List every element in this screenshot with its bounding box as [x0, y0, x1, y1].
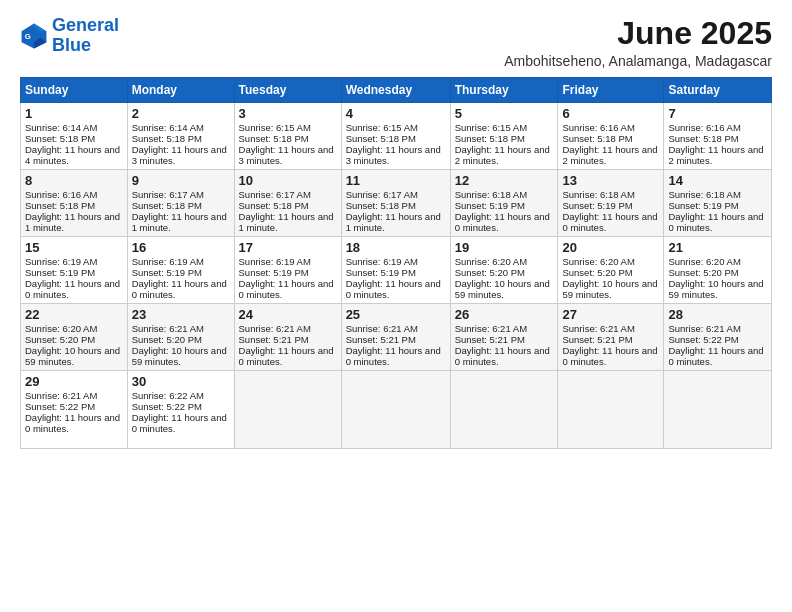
header-thursday: Thursday: [450, 78, 558, 103]
daylight-label: Daylight: 11 hours and 1 minute.: [346, 211, 441, 233]
day-number: 18: [346, 240, 446, 255]
daylight-label: Daylight: 10 hours and 59 minutes.: [562, 278, 657, 300]
calendar-cell-22: 22 Sunrise: 6:20 AM Sunset: 5:20 PM Dayl…: [21, 304, 128, 371]
day-number: 10: [239, 173, 337, 188]
calendar-cell-30: 30 Sunrise: 6:22 AM Sunset: 5:22 PM Dayl…: [127, 371, 234, 449]
daylight-label: Daylight: 10 hours and 59 minutes.: [25, 345, 120, 367]
day-number: 11: [346, 173, 446, 188]
calendar-cell-23: 23 Sunrise: 6:21 AM Sunset: 5:20 PM Dayl…: [127, 304, 234, 371]
calendar-cell-6: 6 Sunrise: 6:16 AM Sunset: 5:18 PM Dayli…: [558, 103, 664, 170]
svg-text:G: G: [25, 32, 31, 41]
calendar-cell-18: 18 Sunrise: 6:19 AM Sunset: 5:19 PM Dayl…: [341, 237, 450, 304]
logo: G General Blue: [20, 16, 119, 56]
month-title: June 2025: [504, 16, 772, 51]
day-number: 21: [668, 240, 767, 255]
day-number: 15: [25, 240, 123, 255]
sunset-label: Sunset: 5:18 PM: [346, 133, 416, 144]
day-number: 30: [132, 374, 230, 389]
calendar-cell-7: 7 Sunrise: 6:16 AM Sunset: 5:18 PM Dayli…: [664, 103, 772, 170]
day-number: 19: [455, 240, 554, 255]
calendar-cell-9: 9 Sunrise: 6:17 AM Sunset: 5:18 PM Dayli…: [127, 170, 234, 237]
header-saturday: Saturday: [664, 78, 772, 103]
daylight-label: Daylight: 11 hours and 0 minutes.: [455, 345, 550, 367]
sunset-label: Sunset: 5:21 PM: [239, 334, 309, 345]
title-block: June 2025 Ambohitseheno, Analamanga, Mad…: [504, 16, 772, 69]
sunrise-label: Sunrise: 6:17 AM: [132, 189, 204, 200]
sunrise-label: Sunrise: 6:19 AM: [132, 256, 204, 267]
sunrise-label: Sunrise: 6:17 AM: [239, 189, 311, 200]
calendar-cell-27: 27 Sunrise: 6:21 AM Sunset: 5:21 PM Dayl…: [558, 304, 664, 371]
day-number: 23: [132, 307, 230, 322]
sunrise-label: Sunrise: 6:21 AM: [455, 323, 527, 334]
sunrise-label: Sunrise: 6:20 AM: [562, 256, 634, 267]
sunset-label: Sunset: 5:18 PM: [132, 200, 202, 211]
daylight-label: Daylight: 11 hours and 2 minutes.: [668, 144, 763, 166]
day-number: 28: [668, 307, 767, 322]
header: G General Blue June 2025 Ambohitseheno, …: [20, 16, 772, 69]
sunrise-label: Sunrise: 6:18 AM: [668, 189, 740, 200]
daylight-label: Daylight: 11 hours and 3 minutes.: [132, 144, 227, 166]
daylight-label: Daylight: 11 hours and 0 minutes.: [25, 278, 120, 300]
calendar-cell-8: 8 Sunrise: 6:16 AM Sunset: 5:18 PM Dayli…: [21, 170, 128, 237]
calendar-cell-16: 16 Sunrise: 6:19 AM Sunset: 5:19 PM Dayl…: [127, 237, 234, 304]
day-number: 14: [668, 173, 767, 188]
calendar-cell-12: 12 Sunrise: 6:18 AM Sunset: 5:19 PM Dayl…: [450, 170, 558, 237]
sunrise-label: Sunrise: 6:14 AM: [132, 122, 204, 133]
calendar-cell-25: 25 Sunrise: 6:21 AM Sunset: 5:21 PM Dayl…: [341, 304, 450, 371]
sunrise-label: Sunrise: 6:21 AM: [346, 323, 418, 334]
day-number: 20: [562, 240, 659, 255]
sunrise-label: Sunrise: 6:21 AM: [562, 323, 634, 334]
location-title: Ambohitseheno, Analamanga, Madagascar: [504, 53, 772, 69]
calendar-cell-13: 13 Sunrise: 6:18 AM Sunset: 5:19 PM Dayl…: [558, 170, 664, 237]
empty-cell: [664, 371, 772, 449]
sunset-label: Sunset: 5:19 PM: [455, 200, 525, 211]
sunset-label: Sunset: 5:20 PM: [455, 267, 525, 278]
empty-cell: [341, 371, 450, 449]
day-number: 4: [346, 106, 446, 121]
calendar-cell-4: 4 Sunrise: 6:15 AM Sunset: 5:18 PM Dayli…: [341, 103, 450, 170]
sunset-label: Sunset: 5:20 PM: [668, 267, 738, 278]
sunset-label: Sunset: 5:18 PM: [239, 133, 309, 144]
calendar-cell-15: 15 Sunrise: 6:19 AM Sunset: 5:19 PM Dayl…: [21, 237, 128, 304]
daylight-label: Daylight: 11 hours and 0 minutes.: [562, 345, 657, 367]
page: G General Blue June 2025 Ambohitseheno, …: [0, 0, 792, 612]
sunrise-label: Sunrise: 6:21 AM: [25, 390, 97, 401]
sunrise-label: Sunrise: 6:14 AM: [25, 122, 97, 133]
daylight-label: Daylight: 11 hours and 2 minutes.: [455, 144, 550, 166]
logo-text: General Blue: [52, 16, 119, 56]
day-number: 24: [239, 307, 337, 322]
header-friday: Friday: [558, 78, 664, 103]
day-number: 9: [132, 173, 230, 188]
calendar-table: Sunday Monday Tuesday Wednesday Thursday…: [20, 77, 772, 449]
sunrise-label: Sunrise: 6:21 AM: [132, 323, 204, 334]
daylight-label: Daylight: 11 hours and 0 minutes.: [132, 278, 227, 300]
calendar-cell-29: 29 Sunrise: 6:21 AM Sunset: 5:22 PM Dayl…: [21, 371, 128, 449]
day-number: 13: [562, 173, 659, 188]
sunrise-label: Sunrise: 6:15 AM: [239, 122, 311, 133]
sunrise-label: Sunrise: 6:15 AM: [455, 122, 527, 133]
sunrise-label: Sunrise: 6:15 AM: [346, 122, 418, 133]
daylight-label: Daylight: 11 hours and 3 minutes.: [239, 144, 334, 166]
sunrise-label: Sunrise: 6:19 AM: [25, 256, 97, 267]
sunrise-label: Sunrise: 6:16 AM: [25, 189, 97, 200]
daylight-label: Daylight: 11 hours and 1 minute.: [239, 211, 334, 233]
day-number: 3: [239, 106, 337, 121]
daylight-label: Daylight: 11 hours and 0 minutes.: [239, 278, 334, 300]
daylight-label: Daylight: 11 hours and 0 minutes.: [562, 211, 657, 233]
header-monday: Monday: [127, 78, 234, 103]
daylight-label: Daylight: 11 hours and 1 minute.: [25, 211, 120, 233]
daylight-label: Daylight: 11 hours and 0 minutes.: [346, 345, 441, 367]
calendar-cell-5: 5 Sunrise: 6:15 AM Sunset: 5:18 PM Dayli…: [450, 103, 558, 170]
calendar-cell-28: 28 Sunrise: 6:21 AM Sunset: 5:22 PM Dayl…: [664, 304, 772, 371]
daylight-label: Daylight: 11 hours and 0 minutes.: [346, 278, 441, 300]
day-number: 7: [668, 106, 767, 121]
daylight-label: Daylight: 10 hours and 59 minutes.: [668, 278, 763, 300]
day-number: 26: [455, 307, 554, 322]
calendar-cell-11: 11 Sunrise: 6:17 AM Sunset: 5:18 PM Dayl…: [341, 170, 450, 237]
daylight-label: Daylight: 10 hours and 59 minutes.: [455, 278, 550, 300]
sunrise-label: Sunrise: 6:20 AM: [668, 256, 740, 267]
sunset-label: Sunset: 5:19 PM: [239, 267, 309, 278]
empty-cell: [234, 371, 341, 449]
daylight-label: Daylight: 11 hours and 2 minutes.: [562, 144, 657, 166]
calendar-cell-14: 14 Sunrise: 6:18 AM Sunset: 5:19 PM Dayl…: [664, 170, 772, 237]
